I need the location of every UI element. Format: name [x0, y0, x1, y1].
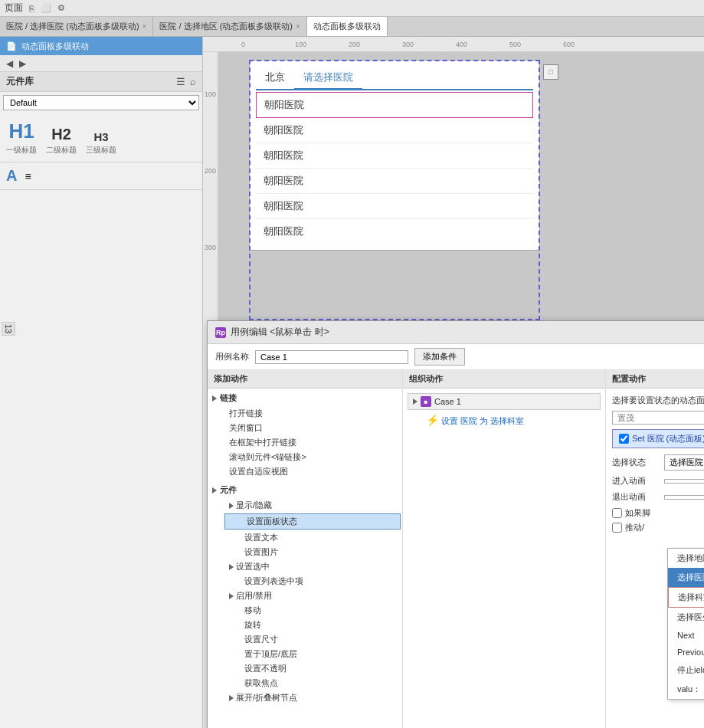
tree-set-image[interactable]: 设置图片 — [223, 545, 402, 559]
dropdown-item-doctor[interactable]: 选择医生 — [668, 608, 704, 627]
tab-label-2: 医院 / 选择地区 (动态面板多级联动) — [159, 21, 293, 32]
hospital-item-6[interactable]: 朝阳医院 — [256, 219, 533, 244]
lib-dropdown[interactable]: Default — [3, 95, 199, 110]
link-group-label: 链接 — [220, 392, 237, 404]
arrow-component — [212, 487, 217, 494]
arrow-link — [212, 395, 217, 402]
dropdown-item-value[interactable]: valu： — [668, 680, 704, 699]
tree-group-component[interactable]: 元件 — [208, 482, 402, 498]
lib-label: 元件库 — [6, 75, 34, 88]
usecase-name-label: 用例名称 — [215, 351, 249, 362]
tab-dynamic-panel[interactable]: 动态面板多级联动 — [307, 17, 388, 36]
col-configure-header: 配置动作 — [606, 370, 704, 389]
hospital-item-4[interactable]: 朝阳医院 — [256, 169, 533, 194]
dropdown-item-region[interactable]: 选择地区 — [668, 549, 704, 568]
tree-set-list[interactable]: 设置列表选中项 — [223, 574, 402, 589]
tree-show-hide[interactable]: 显示/隐藏 — [223, 498, 402, 513]
tree-top-layer[interactable]: 置于顶层/底层 — [223, 647, 402, 661]
ruler-mark-400: 400 — [456, 41, 467, 48]
tree-close-window[interactable]: 关闭窗口 — [223, 421, 402, 435]
left-indicator: 13 — [4, 324, 13, 333]
tree-group-link[interactable]: 链接 — [208, 390, 402, 406]
enter-anim-label: 进入动画 — [612, 475, 658, 487]
usecase-name-input[interactable] — [255, 350, 408, 364]
tree-move[interactable]: 移动 — [223, 603, 402, 618]
top-icon-copy[interactable]: ⎘ — [29, 4, 34, 13]
ruler-v-100: 100 — [205, 90, 216, 98]
hospital-item-3[interactable]: 朝阳医院 — [256, 143, 533, 169]
tree-focus[interactable]: 获取焦点 — [223, 676, 402, 690]
tree-set-panel-state[interactable]: 设置面板状态 — [224, 513, 401, 530]
component-group-label: 元件 — [220, 484, 237, 496]
col-add-header: 添加动作 — [208, 370, 402, 389]
tree-enable-disable[interactable]: 启用/禁用 — [223, 589, 402, 603]
config-search-input[interactable] — [612, 411, 704, 425]
ruler-mark-300: 300 — [402, 41, 414, 48]
exit-anim-dropdown[interactable] — [664, 495, 704, 500]
state-dropdown-popup: 选择地区 选择医院 选择科室 选择医生 Next Previous 停止ield… — [667, 548, 704, 700]
ruler-mark-200: 200 — [349, 41, 360, 48]
tab-label-1: 医院 / 选择医院 (动态面板多级联动) — [6, 21, 139, 32]
text-icon-list[interactable]: ≡ — [25, 170, 31, 182]
hospital-item-1[interactable]: 朝阳医院 — [256, 92, 533, 118]
h3-label: 三级标题 — [86, 145, 116, 156]
tree-set-selected-group[interactable]: 设置选中 — [223, 559, 402, 574]
state-dropdown[interactable]: 选择医院 ▼ — [664, 454, 704, 471]
top-icon-settings[interactable]: ⚙ — [57, 3, 65, 13]
tab-close-1[interactable]: × — [142, 22, 147, 31]
config-action-item[interactable]: Set 医院 (动态面板) state to 选择科室 — [612, 429, 704, 448]
push-checkbox[interactable] — [612, 523, 622, 533]
organize-case-icon: ■ — [421, 396, 431, 407]
state-dropdown-value: 选择医院 — [670, 457, 703, 468]
tree-rotate[interactable]: 旋转 — [223, 618, 402, 632]
hospital-item-5[interactable]: 朝阳医院 — [256, 194, 533, 219]
dropdown-item-hospital[interactable]: 选择医院 — [668, 568, 704, 587]
arrow-expand — [229, 695, 234, 701]
h1-label: 一级标题 — [6, 145, 37, 156]
dropdown-item-previous[interactable]: Previous — [668, 644, 704, 661]
if-condition-checkbox[interactable] — [612, 508, 622, 518]
push-label: 推动/ — [625, 522, 644, 533]
enter-anim-dropdown[interactable] — [664, 479, 704, 484]
arrow-case — [413, 398, 417, 405]
hospital-item-2[interactable]: 朝阳医院 — [256, 118, 533, 143]
action-item-checkbox[interactable] — [619, 434, 629, 444]
organize-action-text: 设置 医院 为 选择科室 — [441, 416, 524, 425]
arrow-set-selected — [229, 564, 234, 570]
h3-text: H3 — [93, 130, 108, 143]
if-condition-label: 如果脚 — [625, 507, 650, 519]
tree-adaptive-view[interactable]: 设置自适应视图 — [223, 464, 402, 479]
lib-icon-search[interactable]: ⌕ — [190, 76, 196, 87]
tree-set-size[interactable]: 设置尺寸 — [223, 632, 402, 647]
hospital-tab[interactable]: 请选择医院 — [294, 67, 362, 90]
organize-action[interactable]: ⚡ 设置 医院 为 选择科室 — [408, 412, 601, 429]
nav-arrow-left[interactable]: ◀ — [3, 58, 16, 69]
tree-frame-link[interactable]: 在框架中打开链接 — [223, 435, 402, 450]
text-icon-a[interactable]: A — [6, 167, 17, 185]
tree-scroll-anchor[interactable]: 滚动到元件<锚链接> — [223, 450, 402, 464]
ruler-mark-100: 100 — [295, 41, 306, 48]
action-item-text: Set 医院 (动态面板) state to 选择科室 — [632, 433, 704, 444]
heading-h3[interactable]: H3 三级标题 — [86, 130, 116, 156]
dropdown-item-dept[interactable]: 选择科室 — [668, 587, 704, 608]
city-label: 北京 — [256, 67, 294, 89]
frame-indicator: □ — [548, 68, 552, 76]
tab-close-2[interactable]: × — [296, 22, 300, 31]
lib-icon-menu[interactable]: ☰ — [176, 76, 185, 87]
tree-open-link[interactable]: 打开链接 — [223, 406, 402, 421]
tree-set-text[interactable]: 设置文本 — [223, 530, 402, 545]
heading-h1[interactable]: H1 一级标题 — [6, 120, 37, 156]
h2-label: 二级标题 — [46, 145, 77, 156]
nav-arrow-right[interactable]: ▶ — [16, 58, 29, 69]
tab-hospital-select[interactable]: 医院 / 选择医院 (动态面板多级联动) × — [0, 17, 153, 36]
heading-h2[interactable]: H2 二级标题 — [46, 126, 77, 156]
tree-set-opacity[interactable]: 设置不透明 — [223, 661, 402, 676]
dropdown-item-stop[interactable]: 停止ield — [668, 661, 704, 680]
add-condition-btn[interactable]: 添加条件 — [414, 348, 465, 366]
top-icon-expand[interactable]: ⬜ — [41, 3, 51, 13]
dropdown-item-next[interactable]: Next — [668, 627, 704, 644]
h1-text: H1 — [8, 120, 34, 143]
tab-region-select[interactable]: 医院 / 选择地区 (动态面板多级联动) × — [153, 17, 306, 36]
dialog-header: Rp 用例编辑 <鼠标单击 时> × — [208, 321, 704, 344]
tree-expand[interactable]: 展开/折叠树节点 — [223, 690, 402, 705]
